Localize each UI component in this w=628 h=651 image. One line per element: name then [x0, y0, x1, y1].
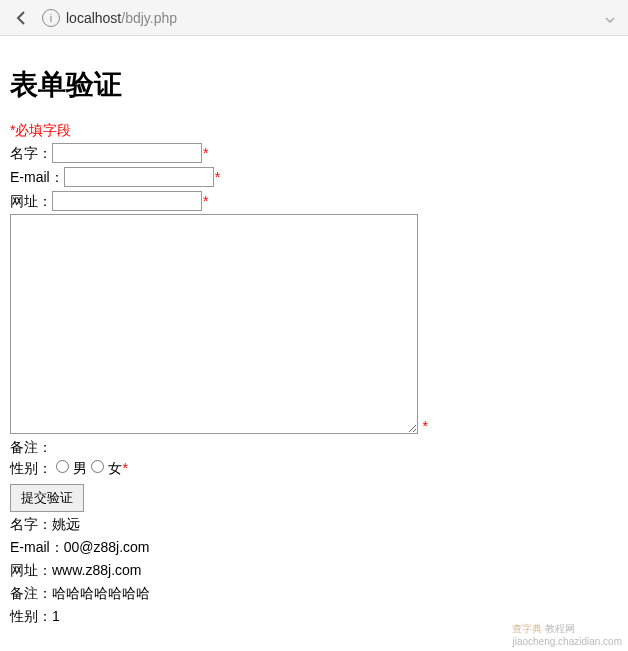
watermark-url: jiaocheng.chazidian.com — [512, 636, 622, 647]
gender-female-label: 女 — [108, 460, 122, 476]
watermark-text: 教程网 — [545, 623, 575, 634]
name-label: 名字： — [10, 142, 52, 164]
output-email-value: 00@z88j.com — [64, 539, 150, 555]
watermark-brand: 查字典 — [512, 623, 542, 634]
submit-button[interactable]: 提交验证 — [10, 484, 84, 512]
watermark: 查字典 教程网 jiaocheng.chazidian.com — [512, 622, 622, 647]
email-input[interactable] — [64, 167, 214, 187]
name-input[interactable] — [52, 143, 202, 163]
required-asterisk: * — [423, 418, 428, 434]
output-name-value: 姚远 — [52, 516, 80, 532]
url-label: 网址： — [10, 190, 52, 212]
output-url-value: www.z88j.com — [52, 562, 141, 578]
output-email: E-mail：00@z88j.com — [10, 537, 618, 558]
output-comment-label: 备注： — [10, 585, 52, 601]
required-asterisk: * — [203, 142, 208, 164]
url-host: localhost — [66, 10, 121, 26]
output-url: 网址：www.z88j.com — [10, 560, 618, 581]
gender-label: 性别： — [10, 460, 52, 476]
required-asterisk: * — [203, 190, 208, 212]
required-note: *必填字段 — [10, 122, 618, 140]
output-name-label: 名字： — [10, 516, 52, 532]
comment-wrap: * — [10, 214, 420, 434]
url-dropdown[interactable] — [600, 10, 620, 26]
comment-label-row: 备注： — [10, 436, 618, 458]
output-gender-label: 性别： — [10, 608, 52, 624]
output-email-label: E-mail： — [10, 539, 64, 555]
browser-navbar: i localhost/bdjy.php — [0, 0, 628, 36]
gender-male-label: 男 — [73, 460, 87, 476]
chevron-down-icon — [605, 17, 615, 23]
comment-textarea[interactable] — [10, 214, 418, 434]
comment-label: 备注： — [10, 436, 52, 458]
gender-row: 性别： 男 女* — [10, 460, 618, 478]
required-asterisk: * — [215, 166, 220, 188]
email-row: E-mail： * — [10, 166, 618, 188]
back-button[interactable] — [8, 4, 36, 32]
required-asterisk: * — [123, 460, 128, 476]
output-name: 名字：姚远 — [10, 514, 618, 535]
output-url-label: 网址： — [10, 562, 52, 578]
name-row: 名字： * — [10, 142, 618, 164]
output-gender-value: 1 — [52, 608, 60, 624]
url-path: /bdjy.php — [121, 10, 177, 26]
gender-male-radio[interactable] — [56, 460, 69, 473]
email-label: E-mail： — [10, 166, 64, 188]
info-icon[interactable]: i — [42, 9, 60, 27]
arrow-left-icon — [14, 10, 30, 26]
url-display[interactable]: localhost/bdjy.php — [66, 10, 177, 26]
output-comment: 备注：哈哈哈哈哈哈哈 — [10, 583, 618, 604]
url-row: 网址： * — [10, 190, 618, 212]
output-comment-value: 哈哈哈哈哈哈哈 — [52, 585, 150, 601]
url-input[interactable] — [52, 191, 202, 211]
gender-female-radio[interactable] — [91, 460, 104, 473]
page-title: 表单验证 — [10, 66, 618, 104]
page-body: 表单验证 *必填字段 名字： * E-mail： * 网址： * * 备注： 性… — [0, 36, 628, 639]
